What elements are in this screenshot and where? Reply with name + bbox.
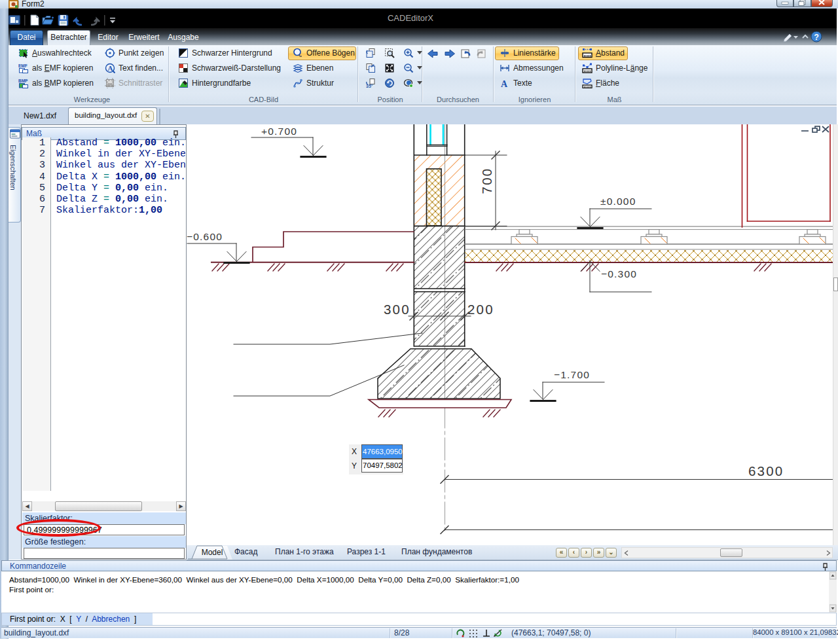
svg-text:200: 200 bbox=[467, 302, 494, 317]
svg-text:700: 700 bbox=[479, 168, 494, 194]
svg-text:EMF: EMF bbox=[18, 63, 27, 68]
svg-text:A: A bbox=[501, 79, 508, 89]
svg-text:6300: 6300 bbox=[748, 463, 784, 478]
svg-text:−0.600: −0.600 bbox=[187, 231, 223, 242]
svg-text:?: ? bbox=[814, 33, 819, 42]
svg-text:BMP: BMP bbox=[18, 79, 28, 83]
svg-text:±0.000: ±0.000 bbox=[600, 196, 636, 207]
svg-text:300: 300 bbox=[384, 302, 410, 317]
svg-text:A: A bbox=[108, 64, 113, 72]
svg-text:35°: 35° bbox=[366, 84, 373, 88]
svg-text:−1.700: −1.700 bbox=[554, 369, 590, 380]
svg-text:−0.300: −0.300 bbox=[601, 268, 637, 279]
svg-text:+0.700: +0.700 bbox=[261, 126, 297, 137]
